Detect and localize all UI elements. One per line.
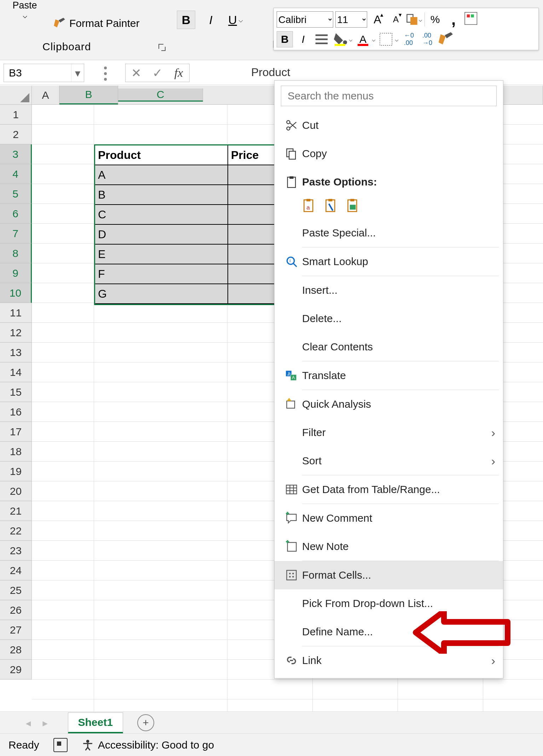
font-color-button[interactable]: A (355, 31, 371, 47)
menu-cut[interactable]: Cut (275, 111, 503, 139)
sheet-tab-sheet1[interactable]: Sheet1 (68, 712, 123, 733)
font-name-select[interactable]: Calibri (277, 11, 333, 28)
row-header[interactable]: 20 (0, 481, 32, 501)
tab-nav-right[interactable]: ► (41, 718, 50, 728)
name-box[interactable]: B3 ▾ (4, 64, 84, 82)
svg-point-32 (292, 573, 294, 574)
row-header[interactable]: 11 (0, 303, 32, 323)
chevron-down-icon[interactable]: ⌵ (395, 35, 399, 43)
resize-handle[interactable] (104, 67, 107, 81)
row-header[interactable]: 7 (0, 224, 32, 244)
align-button[interactable] (313, 31, 330, 47)
col-header-c[interactable]: C (118, 88, 203, 102)
row-header[interactable]: 26 (0, 600, 32, 620)
menu-format-cells[interactable]: Format Cells... (275, 561, 503, 589)
menu-sort[interactable]: Sort › (275, 447, 503, 475)
svg-rect-28 (286, 485, 296, 494)
row-header[interactable]: 28 (0, 640, 32, 660)
increase-decimal-button[interactable]: .00→0 (419, 31, 435, 47)
comma-button[interactable]: , (445, 11, 462, 28)
row-header[interactable]: 18 (0, 442, 32, 462)
menu-search-input[interactable] (287, 90, 491, 102)
decrease-decimal-button[interactable]: ←0.00 (401, 31, 417, 47)
underline-button[interactable]: U⌵ (226, 11, 245, 29)
row-header[interactable]: 9 (0, 263, 32, 283)
menu-get-data[interactable]: Get Data from Table/Range... (275, 475, 503, 504)
fx-icon[interactable]: fx (168, 64, 189, 82)
row-header[interactable]: 4 (0, 164, 32, 184)
font-size-select[interactable]: 11 (335, 11, 367, 28)
percent-button[interactable]: % (427, 11, 443, 28)
select-all-corner[interactable] (0, 86, 32, 105)
paste-values-icon[interactable] (324, 199, 340, 216)
menu-smart-lookup[interactable]: i Smart Lookup (275, 247, 503, 276)
svg-rect-10 (289, 151, 295, 159)
clipboard-dialog-launcher[interactable] (157, 42, 166, 52)
row-header[interactable]: 29 (0, 660, 32, 680)
row-header[interactable]: 14 (0, 362, 32, 382)
increase-font-icon[interactable]: A▲ (369, 11, 386, 28)
row-header[interactable]: 23 (0, 541, 32, 561)
chevron-down-icon[interactable]: ▾ (71, 64, 84, 82)
macro-record-icon[interactable] (53, 738, 68, 752)
cancel-icon[interactable]: ✕ (126, 64, 147, 82)
row-header[interactable]: 21 (0, 501, 32, 521)
row-header[interactable]: 24 (0, 561, 32, 580)
menu-translate[interactable]: あA Translate (275, 361, 503, 390)
chevron-down-icon[interactable]: ⌵ (372, 35, 376, 43)
row-header[interactable]: 10 (0, 283, 32, 303)
conditional-format-icon[interactable] (464, 11, 480, 28)
formula-input[interactable]: Product (247, 64, 539, 82)
chevron-down-icon[interactable]: ⌵ (349, 35, 353, 43)
menu-search[interactable] (281, 86, 497, 106)
row-header[interactable]: 27 (0, 620, 32, 640)
menu-quick-analysis[interactable]: Quick Analysis (275, 390, 503, 418)
paste-keep-source-icon[interactable]: a (302, 199, 318, 216)
add-sheet-button[interactable]: + (137, 714, 154, 731)
format-painter-mini-icon[interactable] (438, 31, 454, 47)
svg-text:あ: あ (287, 371, 291, 376)
accessibility-status[interactable]: Accessibility: Good to go (82, 739, 214, 751)
menu-new-note[interactable]: New Note (275, 532, 503, 561)
paste-picture-icon[interactable] (346, 199, 362, 216)
header-product[interactable]: Product (95, 145, 228, 165)
menu-copy[interactable]: Copy (275, 139, 503, 168)
row-header[interactable]: 8 (0, 244, 32, 263)
menu-new-comment[interactable]: New Comment (275, 504, 503, 532)
bold-button[interactable]: B (177, 11, 195, 29)
italic-button[interactable]: I (202, 11, 220, 29)
borders-button[interactable] (378, 31, 394, 47)
bold-button-mini[interactable]: B (277, 31, 293, 47)
row-header[interactable]: 3 (0, 144, 32, 164)
menu-clear-contents[interactable]: Clear Contents (275, 333, 503, 361)
row-header[interactable]: 15 (0, 382, 32, 402)
enter-icon[interactable]: ✓ (147, 64, 168, 82)
svg-point-33 (289, 576, 291, 578)
row-header[interactable]: 19 (0, 462, 32, 481)
fill-color-button[interactable] (332, 31, 348, 47)
col-header-b[interactable]: B (59, 86, 118, 104)
row-header[interactable]: 16 (0, 402, 32, 422)
row-header[interactable]: 6 (0, 204, 32, 224)
row-header[interactable]: 13 (0, 343, 32, 362)
menu-delete[interactable]: Delete... (275, 304, 503, 333)
paste-button[interactable]: Paste ⌵ (4, 0, 46, 20)
menu-filter[interactable]: Filter › (275, 418, 503, 447)
menu-insert[interactable]: Insert... (275, 276, 503, 304)
italic-button-mini[interactable]: I (295, 31, 311, 47)
menu-paste-special[interactable]: Paste Special... (275, 219, 503, 247)
col-header-a[interactable]: A (32, 86, 59, 104)
row-header[interactable]: 1 (0, 105, 32, 125)
row-header[interactable]: 2 (0, 125, 32, 144)
format-painter-button[interactable]: Format Painter (53, 17, 139, 30)
row-header[interactable]: 17 (0, 422, 32, 442)
row-header[interactable]: 12 (0, 323, 32, 343)
svg-point-8 (287, 121, 290, 124)
row-header[interactable]: 5 (0, 184, 32, 204)
tab-nav-left[interactable]: ◄ (24, 718, 33, 728)
row-header[interactable]: 22 (0, 521, 32, 541)
format-as-table-icon[interactable]: ⌵ (406, 11, 422, 28)
decrease-font-icon[interactable]: A▼ (388, 11, 404, 28)
row-header[interactable]: 25 (0, 580, 32, 600)
copy-icon (281, 147, 302, 160)
